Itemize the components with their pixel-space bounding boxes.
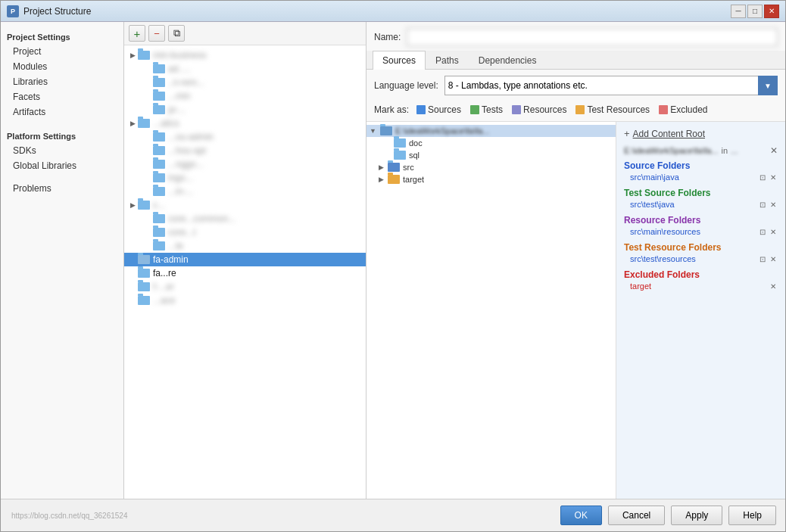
folder-root-item[interactable]: ▼ E:\ideaWorkSpace\fa\fa... [366,125,616,137]
tab-sources[interactable]: Sources [373,51,426,70]
content-root-header: E:\ideaWorkSpace\fa\fa... in ... ✕ [624,145,778,156]
folder-label: doc [409,138,423,148]
test-source-folders-section: Test Source Folders src\test\java ⊡ ✕ [624,188,778,209]
tree-item[interactable]: core...t [124,226,366,239]
tree-item[interactable]: pi-... [124,103,366,117]
folder-icon-orange [388,175,400,184]
add-content-root-label: Add Content Root [633,129,705,139]
add-content-root-button[interactable]: + Add Content Root [624,128,778,139]
source-folder-remove-button[interactable]: ✕ [769,173,778,182]
tree-expand-icon[interactable]: ▶ [127,200,138,210]
name-row: Name: [366,22,785,51]
tree-expand-icon [142,241,153,251]
excluded-folder-row: target ✕ [624,282,778,291]
tab-dependencies[interactable]: Dependencies [469,51,547,70]
expand-icon[interactable]: ▶ [379,163,388,171]
folder-icon [138,269,150,278]
mark-badge-test-resources[interactable]: Test Resources [575,104,650,115]
tree-item[interactable]: f-...er [124,280,366,294]
minimize-button[interactable]: ─ [731,5,746,18]
copy-module-button[interactable]: ⧉ [168,25,185,42]
resource-folder-path: src\main\resources [630,227,700,236]
tree-item[interactable]: ...hou-api [124,144,366,157]
cancel-button[interactable]: Cancel [608,506,665,525]
folder-icon [153,64,165,73]
tree-item[interactable]: ...min [124,89,366,103]
tree-item[interactable]: ▶ min-business [124,48,366,62]
language-level-row: Language level: 3 - JDK 1.3 5 - JDK 1.5 … [366,70,785,101]
folder-item-src[interactable]: ▶ src [366,161,616,173]
sidebar: Project Settings Project Modules Librari… [1,22,124,499]
apply-button[interactable]: Apply [671,506,722,525]
tree-label: ...te [168,241,183,251]
tree-expand-icon [127,282,138,292]
module-toolbar: + − ⧉ [124,22,366,45]
add-module-button[interactable]: + [129,25,145,42]
folder-item-sql[interactable]: sql [366,149,616,161]
tree-item[interactable]: ▶ c... [124,198,366,212]
module-list: + − ⧉ ▶ min-business ad..... [124,22,366,499]
excluded-folder-remove-button[interactable]: ✕ [769,282,778,291]
sources-area: ▼ E:\ideaWorkSpace\fa\fa... doc [366,121,785,499]
tree-item[interactable]: ...te [124,239,366,253]
tree-item[interactable]: ..n-rem... [124,76,366,89]
tree-label: ...ace [153,295,175,306]
folder-icon [138,51,150,60]
tree-item[interactable]: ▶ ...atics [124,117,366,130]
tree-label: c... [153,200,165,210]
folder-item-target[interactable]: ▶ target [366,173,616,185]
mark-badge-sources[interactable]: Sources [416,104,461,115]
resource-folder-remove-button[interactable]: ✕ [769,228,778,236]
folder-icon [153,78,165,87]
tree-item[interactable]: ...nggo... [124,157,366,171]
test-resources-badge-label: Test Resources [587,104,650,115]
sources-color [416,105,426,114]
content-root-close-button[interactable]: ✕ [770,145,778,156]
mark-badge-resources[interactable]: Resources [512,104,566,115]
ok-button[interactable]: OK [560,506,602,525]
name-input[interactable] [407,28,778,46]
test-source-folder-remove-button[interactable]: ✕ [769,201,778,209]
close-button[interactable]: ✕ [764,5,779,18]
test-resource-folder-remove-button[interactable]: ✕ [769,255,778,263]
sidebar-item-artifacts[interactable]: Artifacts [1,104,123,120]
tree-item[interactable]: ad..... [124,62,366,76]
test-source-folder-edit-button[interactable]: ⊡ [758,201,767,209]
tree-item[interactable]: fa...re [124,266,366,280]
maximize-button[interactable]: □ [747,5,763,18]
sidebar-item-global-libraries[interactable]: Global Libraries [1,158,123,173]
source-folder-edit-button[interactable]: ⊡ [758,173,767,182]
folder-label: target [403,175,424,184]
tree-item[interactable]: ...ace [124,294,366,307]
sidebar-item-facets[interactable]: Facets [1,89,123,104]
tree-item[interactable]: ...ou-admin [124,130,366,144]
sidebar-item-problems[interactable]: Problems [1,181,123,196]
sidebar-item-sdks[interactable]: SDKs [1,143,123,158]
tree-expand-icon [142,159,153,170]
language-level-select[interactable]: 3 - JDK 1.3 5 - JDK 1.5 6 - JDK 1.6 7 - … [444,76,778,95]
mark-badge-excluded[interactable]: Excluded [659,104,707,115]
expand-icon[interactable]: ▶ [379,176,388,183]
sidebar-item-libraries[interactable]: Libraries [1,74,123,89]
resource-folder-edit-button[interactable]: ⊡ [758,228,767,236]
tab-paths[interactable]: Paths [426,51,469,70]
test-resource-folder-edit-button[interactable]: ⊡ [758,255,767,263]
tree-expand-icon[interactable]: ▶ [127,50,138,61]
resource-folder-row: src\main\resources ⊡ ✕ [624,227,778,236]
tree-expand-icon[interactable]: ▶ [127,118,138,129]
mark-badge-tests[interactable]: Tests [470,104,503,115]
tree-item-fa-admin[interactable]: fa-admin [124,253,366,266]
sidebar-item-modules[interactable]: Modules [1,59,123,74]
tree-item[interactable]: ...in-... [124,185,366,198]
test-source-folder-actions: ⊡ ✕ [758,201,778,209]
help-button[interactable]: Help [728,506,776,525]
test-resource-folders-section: Test Resource Folders src\test\resources… [624,242,778,263]
sidebar-item-project[interactable]: Project [1,44,123,59]
tree-item[interactable]: core...common... [124,212,366,226]
folder-item-doc[interactable]: doc [366,137,616,149]
source-folders-section: Source Folders src\main\java ⊡ ✕ [624,160,778,182]
folder-icon [153,105,165,114]
tree-expand-icon [142,227,153,238]
tree-item[interactable]: ingo... [124,171,366,185]
remove-module-button[interactable]: − [148,25,165,42]
